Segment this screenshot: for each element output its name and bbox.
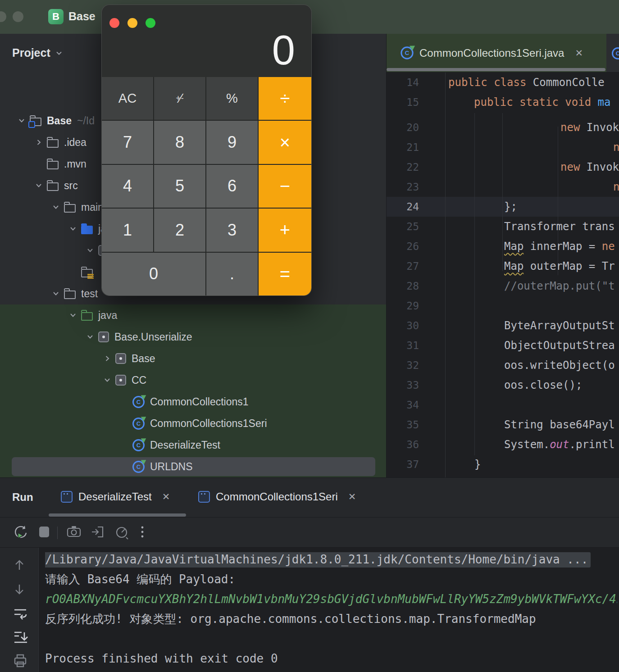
code-token: out [550, 438, 569, 451]
code-line: ByteArrayOutputSt [504, 316, 615, 336]
chevron-down-icon[interactable] [34, 181, 43, 190]
tree-item-urldns[interactable]: CURLDNS [0, 456, 386, 477]
calc-button-6[interactable]: 6 [206, 165, 258, 208]
tree-item-label: main [81, 201, 104, 213]
kebab-menu-icon[interactable] [139, 524, 146, 540]
app-window-icon [198, 491, 210, 503]
tree-item-label: DeserializeTest [150, 439, 220, 451]
tree-item-java[interactable]: java [0, 304, 386, 326]
java-class-icon: C [132, 396, 145, 408]
arrow-up-icon[interactable] [12, 558, 27, 573]
tree-item-path: ~/Id [77, 115, 95, 127]
tab-close-icon[interactable]: ✕ [575, 48, 583, 59]
line-number: 22 [387, 157, 419, 177]
line-number: 33 [387, 375, 419, 395]
chevron-down-icon[interactable] [86, 332, 95, 341]
camera-icon[interactable] [66, 524, 82, 540]
tree-item-base[interactable]: Base [0, 348, 386, 369]
calc-button-8[interactable]: 8 [154, 121, 205, 163]
code-line: oos.writeObject(o [504, 355, 615, 375]
tree-item-cc[interactable]: CC [0, 369, 386, 391]
stop-icon[interactable] [38, 524, 51, 540]
tree-item-label: src [64, 180, 78, 192]
tree-item-commoncollections1[interactable]: CCommonCollections1 [0, 391, 386, 413]
calc-button-AC[interactable]: AC [102, 77, 153, 120]
window-control-icon[interactable] [0, 11, 6, 22]
code-token: .printl [569, 438, 615, 451]
chevron-right-icon[interactable] [103, 354, 112, 363]
code-token: oos.writeObject(o [504, 359, 615, 372]
calc-button-9[interactable]: 9 [206, 121, 258, 163]
code-token: }; [504, 200, 517, 213]
calc-button-−[interactable]: − [259, 165, 311, 208]
code-editor[interactable]: 14public class CommonColle15public stati… [387, 73, 619, 477]
calc-button-.[interactable]: . [206, 253, 258, 295]
calc-button-÷[interactable]: ÷ [259, 77, 311, 120]
minimize-window-icon[interactable] [127, 18, 137, 28]
calc-button-%[interactable]: % [206, 77, 258, 120]
gauge-icon[interactable] [114, 524, 130, 540]
calc-button-7[interactable]: 7 [102, 121, 153, 163]
resources-root-icon [81, 269, 93, 277]
tree-item-deserializetest[interactable]: CDeserializeTest [0, 434, 386, 456]
code-line: public static void ma [474, 92, 610, 112]
tab-scrollbar[interactable] [387, 68, 605, 71]
line-number: 24 [387, 197, 419, 217]
calc-button-4[interactable]: 4 [102, 165, 153, 208]
zoom-window-icon[interactable] [146, 18, 155, 28]
calc-button-plusminus[interactable]: +⁄- [154, 77, 205, 120]
calc-button-+[interactable]: + [259, 209, 311, 251]
java-class-icon: C [401, 46, 413, 59]
tree-item-label: .mvn [64, 158, 86, 170]
code-line: public class CommonColle [448, 73, 605, 92]
chevron-down-icon[interactable] [68, 311, 77, 320]
console-line: 请输入 Base64 编码的 Payload: [45, 570, 617, 588]
tree-item-base-unserialize[interactable]: Base.Unserialize [0, 326, 386, 348]
run-tab-commoncollections1seri[interactable]: CommonCollections1Seri✕ [198, 487, 356, 507]
calc-button-5[interactable]: 5 [154, 165, 205, 208]
folder-icon [64, 291, 76, 299]
chevron-down-icon[interactable] [17, 116, 26, 125]
calc-button-×[interactable]: × [259, 121, 311, 163]
tab-close-icon[interactable]: ✕ [162, 491, 170, 502]
line-number: 25 [387, 217, 419, 236]
code-token: ne [613, 141, 619, 154]
editor-tab-active[interactable]: C CommonCollections1Seri.java ✕ [387, 34, 606, 72]
tree-item-label: URLDNS [150, 461, 193, 473]
rerun-icon[interactable] [13, 524, 29, 540]
scroll-to-end-icon[interactable] [12, 629, 29, 646]
close-window-icon[interactable] [109, 18, 119, 28]
calc-button-2[interactable]: 2 [154, 209, 205, 251]
chevron-down-icon[interactable] [68, 224, 77, 233]
tree-item-commoncollections1seri[interactable]: CCommonCollections1Seri [0, 413, 386, 434]
tab-close-icon[interactable]: ✕ [348, 491, 356, 502]
calc-button-3[interactable]: 3 [206, 209, 258, 251]
chevron-down-icon[interactable] [51, 203, 60, 212]
code-line: Map outerMap = Tr [504, 256, 615, 276]
calc-button-=[interactable]: = [259, 253, 311, 295]
calc-button-0[interactable]: 0 [102, 253, 205, 295]
project-folder-icon [30, 118, 41, 126]
print-icon[interactable] [12, 652, 29, 669]
indent-guide [502, 113, 503, 271]
arrow-down-icon[interactable] [12, 581, 27, 597]
project-panel-header[interactable]: Project [12, 46, 63, 59]
window-control-icon[interactable] [13, 11, 23, 22]
tree-item-label: Base [132, 353, 155, 365]
line-number: 27 [387, 256, 419, 276]
code-token: CommonColle [533, 76, 605, 89]
calc-button-1[interactable]: 1 [102, 209, 153, 251]
chevron-right-icon[interactable] [34, 138, 43, 147]
soft-wrap-icon[interactable] [12, 605, 29, 622]
line-number: 20 [387, 118, 419, 137]
code-line: ne [613, 177, 619, 197]
chevron-down-icon[interactable] [103, 376, 112, 385]
chevron-down-icon[interactable] [86, 246, 95, 255]
run-panel: Run DeserializeTest✕CommonCollections1Se… [0, 477, 619, 672]
run-tab-scrollbar[interactable] [49, 513, 186, 517]
run-panel-title: Run [12, 491, 33, 504]
exit-snapshot-icon[interactable] [90, 524, 106, 540]
run-tab-deserializetest[interactable]: DeserializeTest✕ [61, 487, 170, 507]
tree-item-label: .idea [64, 136, 86, 149]
chevron-down-icon[interactable] [51, 289, 60, 298]
